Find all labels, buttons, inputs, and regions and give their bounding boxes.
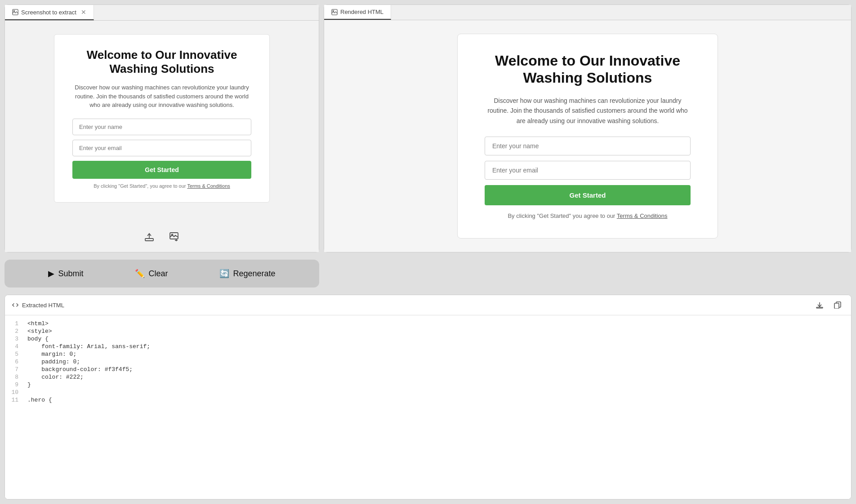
card-description-right: Discover how our washing machines can re… — [485, 96, 691, 126]
line-number: 4 — [5, 343, 27, 350]
code-line: 3body { — [5, 335, 851, 343]
email-input-right[interactable] — [485, 161, 691, 180]
card-description-left: Discover how our washing machines can re… — [72, 83, 251, 110]
line-number: 2 — [5, 328, 27, 335]
line-number: 3 — [5, 336, 27, 342]
line-content: background-color: #f3f4f5; — [27, 366, 133, 373]
card-title-right: Welcome to Our Innovative Washing Soluti… — [485, 52, 691, 87]
svg-rect-2 — [145, 239, 153, 241]
regenerate-button[interactable]: 🔄 Regenerate — [219, 269, 275, 279]
regenerate-label: Regenerate — [233, 269, 275, 279]
line-number: 9 — [5, 381, 27, 388]
right-panel: Rendered HTML Welcome to Our Innovative … — [324, 4, 852, 252]
terms-link-right[interactable]: Terms & Conditions — [617, 212, 668, 219]
line-content: font-family: Arial, sans-serif; — [27, 343, 150, 350]
left-panel: Screenshot to extract ✕ Welcome to Our I… — [4, 4, 319, 252]
line-content: .hero { — [27, 397, 52, 403]
svg-rect-13 — [834, 303, 839, 309]
washing-card-left: Welcome to Our Innovative Washing Soluti… — [54, 34, 270, 203]
close-tab-btn[interactable]: ✕ — [81, 9, 86, 16]
code-line: 10 — [5, 389, 851, 396]
action-section: ▶ Submit ✏️ Clear 🔄 Regenerate — [4, 260, 319, 287]
code-area[interactable]: 1<html>2<style>3body {4 font-family: Ari… — [5, 315, 851, 499]
code-line: 11.hero { — [5, 396, 851, 404]
screenshot-tab[interactable]: Screenshot to extract ✕ — [5, 5, 94, 20]
line-number: 5 — [5, 351, 27, 358]
line-number: 1 — [5, 320, 27, 327]
code-panel-tab[interactable]: Extracted HTML — [12, 302, 64, 309]
upload-btn[interactable] — [141, 229, 157, 245]
submit-label: Submit — [58, 269, 83, 279]
copy-icon — [834, 301, 841, 309]
get-started-btn-left[interactable]: Get Started — [72, 161, 251, 179]
clear-icon: ✏️ — [135, 269, 145, 279]
email-input-left[interactable] — [72, 140, 251, 156]
terms-link-left[interactable]: Terms & Conditions — [187, 183, 230, 189]
right-panel-content: Welcome to Our Innovative Washing Soluti… — [324, 20, 851, 252]
code-icon — [12, 302, 18, 308]
code-line: 8 color: #222; — [5, 373, 851, 381]
washing-card-right: Welcome to Our Innovative Washing Soluti… — [457, 34, 718, 239]
copy-btn[interactable] — [831, 299, 844, 311]
line-number: 8 — [5, 374, 27, 380]
line-number: 6 — [5, 358, 27, 365]
code-line: 9} — [5, 381, 851, 389]
terms-text-left: By clicking "Get Started", you agree to … — [94, 183, 187, 189]
code-line: 1<html> — [5, 320, 851, 327]
bottom-section: Extracted HTML 1<htm — [4, 295, 852, 500]
terms-left: By clicking "Get Started", you agree to … — [72, 183, 251, 189]
code-line: 2<style> — [5, 327, 851, 335]
top-section: Screenshot to extract ✕ Welcome to Our I… — [0, 0, 856, 252]
image-icon — [12, 9, 18, 15]
clear-button[interactable]: ✏️ Clear — [135, 269, 168, 279]
regenerate-icon: 🔄 — [219, 269, 229, 279]
right-panel-tab-row: Rendered HTML — [324, 5, 851, 20]
rendered-html-tab[interactable]: Rendered HTML — [324, 5, 391, 20]
code-panel-actions — [813, 299, 844, 311]
line-content: margin: 0; — [27, 351, 76, 358]
left-panel-tab-row: Screenshot to extract ✕ — [5, 5, 319, 21]
download-icon — [816, 301, 823, 309]
terms-text-right: By clicking "Get Started" you agree to o… — [508, 212, 616, 219]
line-content: } — [27, 381, 31, 388]
bottom-header: Extracted HTML — [5, 295, 851, 315]
upload-icon — [144, 231, 155, 242]
rendered-html-tab-label: Rendered HTML — [340, 9, 383, 15]
line-content: padding: 0; — [27, 358, 80, 365]
line-content: <html> — [27, 320, 49, 327]
line-number: 7 — [5, 366, 27, 373]
get-started-btn-right[interactable]: Get Started — [485, 185, 691, 205]
image-upload-icon — [169, 231, 180, 242]
terms-right: By clicking "Get Started" you agree to o… — [485, 212, 691, 221]
code-line: 5 margin: 0; — [5, 350, 851, 358]
submit-icon: ▶ — [48, 269, 54, 279]
name-input-right[interactable] — [485, 137, 691, 155]
clear-label: Clear — [148, 269, 168, 279]
line-number: 11 — [5, 397, 27, 403]
left-panel-footer — [5, 221, 319, 252]
line-content: body { — [27, 336, 49, 342]
image-icon-right — [331, 9, 338, 15]
line-number: 10 — [5, 389, 27, 396]
svg-rect-11 — [816, 307, 823, 308]
code-line: 7 background-color: #f3f4f5; — [5, 366, 851, 373]
name-input-left[interactable] — [72, 119, 251, 135]
download-btn[interactable] — [813, 299, 826, 311]
line-content: color: #222; — [27, 374, 84, 380]
screenshot-tab-label: Screenshot to extract — [21, 9, 76, 16]
code-line: 4 font-family: Arial, sans-serif; — [5, 343, 851, 350]
code-panel-label: Extracted HTML — [22, 302, 64, 309]
line-content: <style> — [27, 328, 52, 335]
main-container: Screenshot to extract ✕ Welcome to Our I… — [0, 0, 856, 504]
submit-button[interactable]: ▶ Submit — [48, 269, 83, 279]
image-upload-btn[interactable] — [166, 229, 183, 245]
code-line: 6 padding: 0; — [5, 358, 851, 366]
left-panel-content: Welcome to Our Innovative Washing Soluti… — [5, 21, 319, 221]
card-title-left: Welcome to Our Innovative Washing Soluti… — [72, 48, 251, 76]
